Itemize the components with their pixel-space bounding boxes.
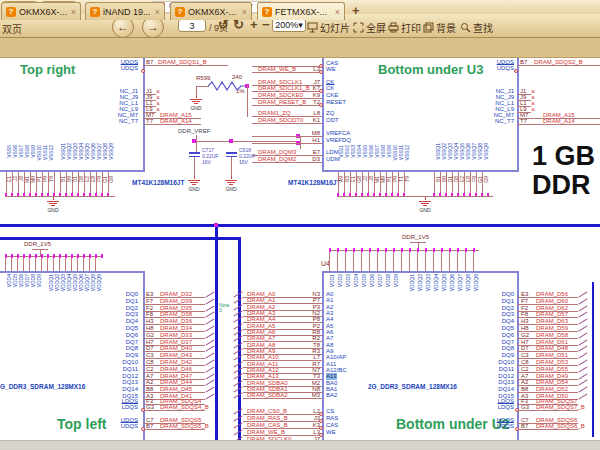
close-icon[interactable]: × [71, 7, 76, 17]
background-button[interactable]: 背景 [423, 20, 456, 35]
wire [247, 86, 248, 117]
document-tab-bar [0, 38, 600, 58]
r599-value: 240 [232, 74, 242, 80]
slideshow-button[interactable]: 幻灯片 [307, 20, 350, 35]
wire [231, 157, 232, 176]
print-button[interactable]: 打印 [388, 20, 421, 35]
gnd-label: GND [189, 105, 203, 111]
capacity-label-line1: 1 GB [532, 143, 595, 170]
bus-vertical-right [592, 282, 594, 437]
bus-horizontal-1 [0, 224, 600, 227]
note-top-left: Top left [57, 416, 107, 432]
wire [338, 196, 493, 197]
doc-tab-label: OKMX6X-... [19, 7, 67, 17]
chipL-pin-stubs [5, 258, 101, 271]
chipA-right-border [143, 58, 145, 171]
chipB-pin-stubs [338, 172, 408, 193]
doc-tab-label: FETMX6X-... [275, 7, 327, 17]
note-top-right: Top right [20, 62, 75, 77]
slideshow-icon [307, 22, 318, 33]
gnd-label: GND [224, 186, 238, 192]
chipU4-pin-stubs [329, 252, 477, 271]
gnd-label: GND [187, 186, 201, 192]
chipU4-top-border [322, 271, 519, 273]
zoom-level-select[interactable]: 200%▾ [272, 18, 306, 32]
status-bar [0, 440, 600, 450]
ddr-1v5-label-u4: DDR_1V5 [402, 234, 429, 240]
reader-app: 转换 编辑 S 中 ·, ☺ ♪ ⌨ ☰ ▼ ▦ 双页 ← → 3 / 9页 ↺… [0, 0, 600, 450]
note-bottom-under-u3: Bottom under U3 [378, 62, 483, 77]
capacity-label-line2: DDR [532, 172, 591, 199]
wire [194, 157, 195, 176]
chevron-down-icon: ▾ [298, 20, 303, 30]
zoom-level-value: 200% [275, 20, 298, 30]
gnd-label: GND [46, 207, 60, 213]
gnd-symbol: GND [224, 176, 238, 192]
chipU4-right-border [517, 271, 519, 440]
chipB-part-label: MT41K128M16JT [288, 179, 340, 186]
doc-tab-label: OKMX6X-... [188, 7, 236, 17]
c717-voltage: 16V [202, 159, 211, 165]
page-number-input[interactable]: 3 [178, 19, 206, 32]
ddr-1v5-label-left: DDR_1V5 [24, 241, 51, 247]
junction-dot [296, 134, 300, 138]
print-icon [388, 22, 399, 33]
gnd-symbol: GND [46, 197, 60, 213]
document-icon: ? [262, 7, 272, 17]
junction-dot [192, 139, 196, 143]
gnd-symbol: GND [418, 197, 432, 213]
close-icon[interactable]: × [335, 7, 340, 17]
bus-vertical-1 [215, 224, 218, 440]
chipL-right-border [143, 271, 145, 440]
junction-dot [296, 141, 300, 145]
resistor-zigzag-icon [208, 81, 248, 91]
chipB-pin-stubs [434, 172, 488, 193]
capacitor-icon [226, 152, 237, 154]
wire [196, 141, 300, 142]
document-icon: ? [90, 7, 100, 17]
bus-horizontal-2 [0, 237, 241, 240]
background-label: 背景 [436, 20, 456, 35]
chipU4-left-border [322, 271, 324, 440]
doc-tab-4-active[interactable]: ? FETMX6X-... × [257, 2, 345, 20]
doc-tab-2[interactable]: ? iNAND 19... × [85, 2, 165, 20]
fullscreen-icon [353, 22, 364, 33]
doc-tab-3[interactable]: ? OKMX6X-... × [170, 2, 252, 20]
document-icon: ? [175, 7, 185, 17]
chipL-part-label: G_DDR3_SDRAM_128MX16 [0, 383, 85, 390]
c618-voltage: 16V [239, 159, 248, 165]
junction-dot [229, 139, 233, 143]
bus-vertical-2 [238, 237, 241, 440]
wire [5, 196, 115, 197]
close-icon[interactable]: × [155, 7, 160, 17]
schematic-page[interactable] [0, 58, 600, 440]
close-icon[interactable]: × [242, 7, 247, 17]
chipA-pin-stubs [6, 172, 112, 193]
chipU4-part-label: 2G_DDR3_SDRAM_128MX16 [368, 383, 457, 390]
gnd-label: GND [418, 207, 432, 213]
wire [196, 86, 209, 87]
wire [196, 86, 197, 95]
chipL-top-border [0, 271, 145, 273]
find-button[interactable]: 查找 [460, 20, 493, 35]
doc-tab-1[interactable]: ? OKMX6X-... × [1, 2, 81, 20]
document-icon: ? [6, 7, 16, 17]
chipB-left-border [322, 58, 324, 171]
chipB-right-border [517, 58, 519, 171]
chipA-part-label: MT41K128M16JT [132, 179, 184, 186]
wire [300, 136, 301, 149]
gnd-symbol: GND [189, 95, 203, 111]
slideshow-label: 幻灯片 [320, 20, 350, 35]
note-bottom-under-u2: Bottom under U2 [396, 416, 510, 432]
c717-label: C717 0.22UF 16V [202, 147, 218, 165]
find-label: 查找 [473, 20, 493, 35]
fullscreen-label: 全屏 [366, 20, 386, 35]
c618-label: C618 0.22UF 16V [239, 147, 255, 165]
background-icon [423, 22, 434, 33]
search-icon [460, 22, 471, 33]
new-tab-button[interactable]: + [352, 3, 360, 18]
dual-page-button[interactable]: 双页 [2, 21, 22, 36]
capacitor-icon [189, 152, 200, 154]
gnd-symbol: GND [187, 176, 201, 192]
fullscreen-button[interactable]: 全屏 [353, 20, 386, 35]
